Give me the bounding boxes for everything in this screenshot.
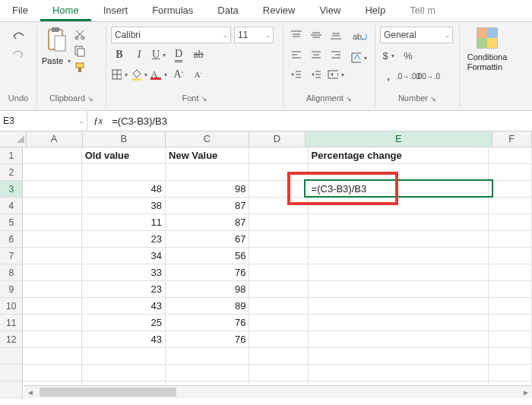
name-box[interactable]: E3⌵ <box>0 111 87 131</box>
formula-input[interactable]: =(C3-B3)/B3 <box>109 115 532 127</box>
cell[interactable]: 48 <box>82 181 166 198</box>
currency-button[interactable]: $▾ <box>380 47 397 64</box>
row-header[interactable]: 6 <box>0 231 23 248</box>
cell[interactable]: 87 <box>166 214 249 231</box>
tab-insert[interactable]: Insert <box>91 0 141 21</box>
cell[interactable]: 98 <box>166 281 249 298</box>
bold-button[interactable]: B <box>111 46 128 63</box>
row-header[interactable]: 5 <box>0 214 23 231</box>
row-header[interactable] <box>0 365 23 381</box>
cell[interactable]: 67 <box>166 231 249 248</box>
wrap-text-icon[interactable]: ab <box>350 28 370 45</box>
cell[interactable]: 89 <box>166 298 249 315</box>
cut-icon[interactable] <box>74 28 86 40</box>
row-header[interactable] <box>0 348 23 365</box>
paste-button[interactable]: Paste▾ <box>42 27 71 65</box>
cell[interactable]: 23 <box>82 231 166 248</box>
tab-file[interactable]: File <box>0 0 40 21</box>
ribbon: Undo Paste▾ Clipboard ↘ Calibri⌵ 11⌵ B <box>0 22 532 111</box>
align-right-icon[interactable] <box>328 46 344 63</box>
align-top-icon[interactable] <box>288 27 305 43</box>
shrink-font-button[interactable]: Aˇ <box>190 66 207 83</box>
fill-color-button[interactable]: ▾ <box>131 66 147 83</box>
row-header[interactable]: 2 <box>0 164 23 181</box>
italic-button[interactable]: I <box>131 46 147 63</box>
tab-home[interactable]: Home <box>40 0 91 21</box>
scroll-right-icon[interactable]: ► <box>520 388 532 397</box>
col-header-D[interactable]: D <box>249 131 306 147</box>
col-header-B[interactable]: B <box>83 131 166 147</box>
tab-view[interactable]: View <box>307 0 353 21</box>
undo-icon[interactable] <box>11 31 26 42</box>
col-header-E[interactable]: E <box>306 131 492 147</box>
col-header-F[interactable]: F <box>492 131 532 147</box>
tab-help[interactable]: Help <box>353 0 397 21</box>
row-header[interactable]: 3 <box>0 181 23 198</box>
conditional-formatting-icon[interactable] <box>476 27 499 49</box>
scroll-left-icon[interactable]: ◄ <box>24 388 36 397</box>
number-format-select[interactable]: General⌵ <box>380 27 453 43</box>
underline-button[interactable]: U▾ <box>150 46 167 63</box>
cell[interactable]: 43 <box>82 331 166 348</box>
grid-body[interactable]: 1 Old value New Value Percentage change … <box>0 147 532 398</box>
tab-formulas[interactable]: Formulas <box>140 0 205 21</box>
cell[interactable]: 43 <box>82 298 166 315</box>
font-name-select[interactable]: Calibri⌵ <box>111 27 231 43</box>
comma-button[interactable]: , <box>380 68 397 84</box>
row-header[interactable] <box>0 381 23 398</box>
row-header[interactable]: 11 <box>0 315 23 331</box>
font-size-select[interactable]: 11⌵ <box>234 27 274 43</box>
col-header-A[interactable]: A <box>27 131 83 147</box>
row-header[interactable]: 8 <box>0 264 23 281</box>
align-middle-icon[interactable] <box>308 27 325 43</box>
align-center-icon[interactable] <box>308 46 325 63</box>
tab-data[interactable]: Data <box>205 0 250 21</box>
font-color-button[interactable]: A▾ <box>150 66 167 83</box>
cell[interactable]: 23 <box>82 281 166 298</box>
align-left-icon[interactable] <box>288 46 305 63</box>
fx-icon[interactable]: ƒx <box>87 115 109 127</box>
cell[interactable]: New Value <box>166 147 249 164</box>
cell[interactable]: 76 <box>166 315 249 331</box>
cell[interactable]: Percentage change <box>309 147 489 164</box>
cell[interactable]: Old value <box>82 147 166 164</box>
row-header[interactable]: 10 <box>0 298 23 315</box>
col-header-C[interactable]: C <box>166 131 249 147</box>
orientation-icon[interactable]: ▾ <box>350 49 367 66</box>
format-painter-icon[interactable] <box>74 62 86 74</box>
horizontal-scrollbar[interactable]: ◄ ► <box>24 385 532 398</box>
cell[interactable]: 25 <box>82 315 166 331</box>
cell[interactable]: 76 <box>166 264 249 281</box>
decrease-decimal-icon[interactable]: .00→.0 <box>420 68 436 84</box>
copy-icon[interactable] <box>74 45 86 57</box>
increase-decimal-icon[interactable]: .0→.00 <box>400 68 416 84</box>
cell[interactable]: 38 <box>82 198 166 214</box>
borders-button[interactable]: ▾ <box>111 66 128 83</box>
row-header[interactable]: 12 <box>0 331 23 348</box>
select-all-corner[interactable] <box>0 131 27 147</box>
scroll-thumb[interactable] <box>40 388 176 397</box>
row-header[interactable]: 1 <box>0 147 23 164</box>
merge-cells-icon[interactable]: ▾ <box>328 66 344 83</box>
align-bottom-icon[interactable] <box>328 27 344 43</box>
cell[interactable]: 11 <box>82 214 166 231</box>
strikethrough-button[interactable]: ab <box>190 46 207 63</box>
decrease-indent-icon[interactable] <box>288 66 305 83</box>
active-cell[interactable]: =(C3-B3)/B3 <box>309 181 489 198</box>
cell[interactable]: 56 <box>166 248 249 264</box>
cell[interactable]: 87 <box>166 198 249 214</box>
tell-me[interactable]: Tell m <box>397 0 448 21</box>
percent-button[interactable]: % <box>400 47 416 64</box>
increase-indent-icon[interactable] <box>308 66 325 83</box>
row-header[interactable]: 7 <box>0 248 23 264</box>
grow-font-button[interactable]: Aˆ <box>170 66 187 83</box>
tab-review[interactable]: Review <box>251 0 308 21</box>
cell[interactable]: 76 <box>166 331 249 348</box>
row-header[interactable]: 9 <box>0 281 23 298</box>
double-underline-button[interactable]: D <box>170 46 187 63</box>
redo-icon[interactable] <box>11 49 26 60</box>
cell[interactable]: 33 <box>82 264 166 281</box>
cell[interactable]: 34 <box>82 248 166 264</box>
cell[interactable]: 98 <box>166 181 249 198</box>
row-header[interactable]: 4 <box>0 198 23 214</box>
